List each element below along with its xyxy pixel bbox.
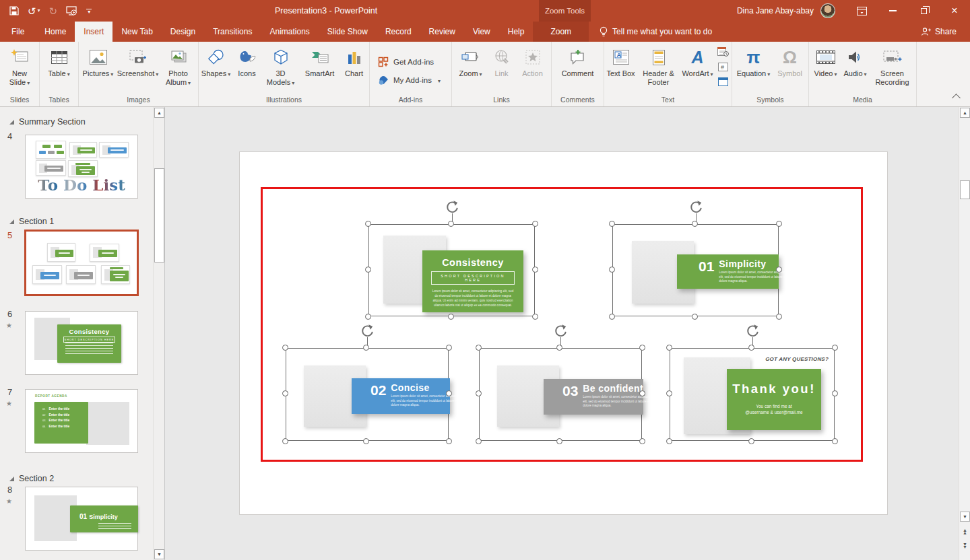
slide-object-group-confident[interactable]: 03 Be confident Lorem ipsum dolor sit am… (479, 348, 642, 441)
pictures-button[interactable]: Pictures (79, 44, 117, 79)
restore-button[interactable] (908, 0, 939, 22)
resize-handle[interactable] (609, 221, 615, 227)
resize-handle[interactable] (282, 390, 288, 396)
object-icon[interactable] (718, 77, 728, 89)
user-avatar[interactable] (820, 3, 835, 18)
resize-handle[interactable] (776, 314, 782, 320)
slide-editing-canvas[interactable]: Consistency Short Description Here Lorem… (166, 107, 959, 560)
resize-handle[interactable] (832, 390, 838, 396)
resize-handle[interactable] (692, 221, 698, 227)
resize-handle[interactable] (748, 438, 754, 444)
resize-handle[interactable] (666, 438, 672, 444)
date-time-icon[interactable] (717, 46, 729, 59)
slide-thumbnail-5-selected[interactable] (24, 230, 139, 296)
resize-handle[interactable] (639, 390, 645, 396)
ribbon-display-options-icon[interactable] (846, 0, 877, 22)
scroll-up-button[interactable]: ▲ (960, 108, 970, 118)
share-button[interactable]: Share (921, 22, 970, 42)
smartart-button[interactable]: SmartArt (300, 44, 340, 78)
tab-record[interactable]: Record (377, 22, 420, 42)
resize-handle[interactable] (365, 221, 371, 227)
rotate-handle-icon[interactable] (745, 323, 760, 338)
rotate-handle-icon[interactable] (688, 199, 703, 214)
audio-button[interactable]: Audio (841, 44, 870, 79)
text-box-button[interactable]: A Text Box (605, 44, 637, 78)
section-header-summary[interactable]: Summary Section (9, 117, 86, 127)
resize-handle[interactable] (476, 390, 482, 396)
resize-handle[interactable] (556, 345, 562, 351)
scroll-down-button[interactable]: ▼ (960, 512, 970, 522)
icons-button[interactable]: Icons (233, 44, 261, 78)
screenshot-button[interactable]: Screenshot (117, 44, 159, 79)
new-slide-button[interactable]: New Slide (1, 44, 38, 88)
slide-thumbnail-4[interactable]: To Do List (25, 135, 138, 199)
tab-review[interactable]: Review (420, 22, 464, 42)
scroll-down-button[interactable]: ▼ (154, 549, 164, 559)
zoom-button[interactable]: Zoom (454, 44, 488, 79)
slide-object-group-thank-you[interactable]: GOT ANY QUESTIONS? Thank you! You can fi… (670, 348, 835, 441)
slide-thumbnail-6[interactable]: Consistency Short Description Here (25, 311, 138, 375)
slide-object-group-simplicity[interactable]: 01 Simplicity Lorem ipsum dolor sit amet… (612, 224, 779, 316)
resize-handle[interactable] (446, 390, 452, 396)
shapes-button[interactable]: Shapes (199, 44, 233, 79)
resize-handle[interactable] (748, 345, 754, 351)
tab-new-tab[interactable]: New Tab (112, 22, 161, 42)
resize-handle[interactable] (532, 267, 538, 273)
rotate-handle-icon[interactable] (445, 199, 459, 214)
resize-handle[interactable] (365, 314, 371, 320)
wordart-button[interactable]: A WordArt (680, 44, 715, 79)
slide-object-group-concise[interactable]: 02 Concise Lorem ipsum dolor sit amet, c… (286, 348, 449, 441)
resize-handle[interactable] (639, 345, 645, 351)
tell-me-box[interactable]: Tell me what you want to do (600, 22, 712, 42)
section-collapse-icon[interactable] (9, 477, 14, 481)
resize-handle[interactable] (476, 438, 482, 444)
undo-caret-icon[interactable]: ▾ (38, 8, 40, 13)
canvas-scrollbar[interactable]: ▲ ▼ ▲▲ ▼▼ (959, 107, 970, 560)
tab-file[interactable]: File (0, 22, 36, 42)
slide-number-icon[interactable]: # (718, 62, 728, 74)
resize-handle[interactable] (532, 221, 538, 227)
section-header-2[interactable]: Section 2 (9, 474, 54, 483)
resize-handle[interactable] (448, 221, 454, 227)
my-add-ins-button[interactable]: My Add-ins (370, 71, 451, 90)
section-collapse-icon[interactable] (9, 120, 14, 125)
resize-handle[interactable] (692, 314, 698, 320)
resize-handle[interactable] (776, 221, 782, 227)
scrollbar-thumb[interactable] (960, 180, 970, 199)
video-button[interactable]: Video (811, 44, 841, 79)
scroll-up-button[interactable]: ▲ (154, 108, 164, 118)
undo-icon[interactable]: ↺▾ (28, 6, 40, 16)
start-from-beginning-icon[interactable] (66, 6, 77, 15)
resize-handle[interactable] (666, 390, 672, 396)
section-header-1[interactable]: Section 1 (9, 217, 54, 226)
resize-handle[interactable] (476, 345, 482, 351)
rotate-handle-icon[interactable] (553, 323, 568, 338)
close-button[interactable]: × (939, 0, 970, 22)
resize-handle[interactable] (446, 438, 452, 444)
tab-zoom-contextual[interactable]: Zoom (533, 22, 589, 42)
resize-handle[interactable] (666, 345, 672, 351)
resize-handle[interactable] (282, 345, 288, 351)
tab-transitions[interactable]: Transitions (204, 22, 261, 42)
screen-recording-button[interactable]: Screen Recording (870, 44, 915, 87)
chart-button[interactable]: Chart (340, 44, 369, 78)
resize-handle[interactable] (446, 345, 452, 351)
resize-handle[interactable] (448, 314, 454, 320)
slide-thumbnail-8[interactable]: 01Simplicity (25, 487, 138, 551)
resize-handle[interactable] (832, 438, 838, 444)
3d-models-button[interactable]: 3D Models (261, 44, 300, 88)
user-name[interactable]: Dina Jane Abay-abay (737, 6, 814, 15)
get-add-ins-button[interactable]: Get Add-ins (370, 53, 451, 71)
section-collapse-icon[interactable] (9, 219, 14, 224)
rotate-handle-icon[interactable] (360, 323, 375, 338)
header-footer-button[interactable]: Header & Footer (637, 44, 680, 87)
photo-album-button[interactable]: Photo Album (159, 44, 198, 88)
equation-button[interactable]: π Equation (734, 44, 773, 79)
next-slide-button[interactable]: ▼▼ (961, 541, 969, 551)
tab-help[interactable]: Help (499, 22, 534, 42)
resize-handle[interactable] (363, 438, 369, 444)
resize-handle[interactable] (639, 438, 645, 444)
tab-view[interactable]: View (464, 22, 499, 42)
resize-handle[interactable] (556, 438, 562, 444)
collapse-ribbon-icon[interactable] (952, 94, 961, 102)
